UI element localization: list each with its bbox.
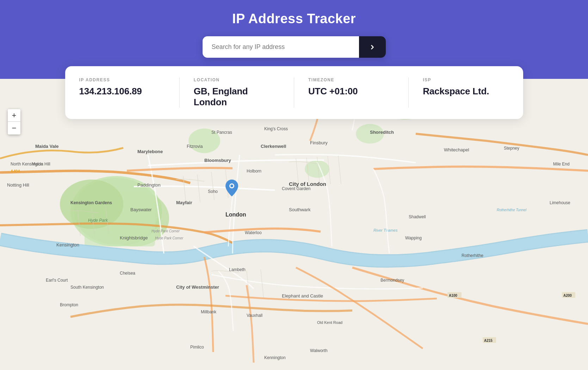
- svg-text:Hyde Park Corner: Hyde Park Corner: [155, 236, 184, 240]
- svg-text:Walworth: Walworth: [310, 348, 328, 353]
- svg-text:Stepney: Stepney: [504, 146, 519, 151]
- ip-address-section: IP ADDRESS 134.213.106.89: [65, 77, 180, 108]
- svg-text:Knightsbridge: Knightsbridge: [120, 235, 148, 240]
- svg-text:Whitechapel: Whitechapel: [444, 147, 469, 152]
- svg-text:Hyde Park: Hyde Park: [88, 218, 108, 223]
- search-button[interactable]: [359, 36, 386, 58]
- ip-address-value: 134.213.106.89: [79, 86, 165, 97]
- svg-text:Bayswater: Bayswater: [130, 207, 152, 212]
- svg-text:Clerkenwell: Clerkenwell: [261, 144, 286, 149]
- isp-value: Rackspace Ltd.: [423, 86, 509, 97]
- svg-text:Earl's Court: Earl's Court: [46, 278, 68, 283]
- location-section: LOCATION GB, England London: [180, 77, 294, 108]
- svg-text:Hyde Park Corner: Hyde Park Corner: [151, 229, 180, 233]
- svg-text:Wapping: Wapping: [405, 236, 422, 240]
- isp-label: ISP: [423, 77, 509, 82]
- svg-text:A404: A404: [11, 169, 20, 173]
- info-card: IP ADDRESS 134.213.106.89 LOCATION GB, E…: [65, 66, 523, 119]
- svg-text:Fitzrovia: Fitzrovia: [187, 144, 203, 149]
- svg-text:A100: A100: [449, 294, 457, 297]
- svg-text:Mayfair: Mayfair: [176, 200, 192, 205]
- svg-text:Chelsea: Chelsea: [120, 271, 135, 276]
- svg-text:Soho: Soho: [208, 189, 218, 194]
- location-label: LOCATION: [194, 77, 280, 82]
- svg-text:Pimlico: Pimlico: [190, 345, 204, 350]
- zoom-in-button[interactable]: +: [8, 109, 20, 122]
- svg-text:Bermondsey: Bermondsey: [380, 278, 404, 283]
- svg-text:River Thames: River Thames: [373, 228, 398, 232]
- svg-text:North Kensington: North Kensington: [11, 162, 43, 167]
- svg-text:Paddington: Paddington: [137, 182, 161, 188]
- svg-text:Finsbury: Finsbury: [310, 140, 328, 145]
- svg-text:Covent Garden: Covent Garden: [282, 186, 310, 191]
- ip-address-label: IP ADDRESS: [79, 77, 165, 82]
- search-bar: [203, 36, 386, 58]
- map-controls: + −: [8, 109, 20, 134]
- svg-text:A215: A215: [484, 339, 493, 343]
- svg-text:Bloomsbury: Bloomsbury: [204, 158, 231, 163]
- svg-text:London: London: [225, 212, 246, 218]
- isp-section: ISP Rackspace Ltd.: [409, 77, 523, 108]
- svg-point-69: [230, 184, 233, 187]
- svg-text:Vauxhall: Vauxhall: [247, 313, 262, 318]
- map-pin: [225, 180, 238, 198]
- svg-text:Millbank: Millbank: [201, 309, 217, 314]
- app-title: IP Address Tracker: [232, 11, 356, 26]
- svg-text:Mile End: Mile End: [553, 162, 570, 167]
- svg-text:Maida Vale: Maida Vale: [35, 144, 58, 149]
- location-pin-icon: [225, 180, 238, 196]
- svg-text:Brompton: Brompton: [60, 302, 78, 307]
- svg-text:Kennington: Kennington: [264, 355, 286, 360]
- svg-text:Holborn: Holborn: [247, 169, 261, 174]
- svg-text:Waterloo: Waterloo: [245, 230, 262, 235]
- svg-text:Limehouse: Limehouse: [550, 200, 570, 205]
- svg-text:A200: A200: [563, 294, 572, 297]
- svg-text:Rotherhithe: Rotherhithe: [462, 253, 483, 258]
- svg-text:South Kensington: South Kensington: [70, 285, 104, 290]
- svg-text:Notting Hill: Notting Hill: [7, 182, 29, 188]
- svg-text:Kensington: Kensington: [56, 242, 79, 247]
- svg-text:Lambeth: Lambeth: [229, 267, 246, 272]
- svg-text:St Pancras: St Pancras: [211, 130, 232, 135]
- arrow-right-icon: [369, 44, 376, 51]
- search-input[interactable]: [203, 36, 359, 58]
- svg-text:Marylebone: Marylebone: [137, 149, 163, 154]
- svg-text:King's Cross: King's Cross: [264, 126, 288, 131]
- svg-text:City of Westminster: City of Westminster: [176, 284, 219, 290]
- location-value: GB, England London: [194, 86, 280, 108]
- svg-text:Shadwell: Shadwell: [409, 214, 426, 219]
- svg-text:Elephant and Castle: Elephant and Castle: [282, 293, 323, 299]
- svg-text:Rotherhithe Tunnel: Rotherhithe Tunnel: [497, 208, 527, 212]
- svg-text:Shoreditch: Shoreditch: [370, 130, 394, 135]
- svg-text:Southwark: Southwark: [289, 207, 311, 212]
- timezone-section: TIMEZONE UTC +01:00: [294, 77, 409, 108]
- svg-text:Kensington Gardens: Kensington Gardens: [70, 200, 112, 205]
- zoom-out-button[interactable]: −: [8, 122, 20, 134]
- timezone-label: TIMEZONE: [308, 77, 394, 82]
- svg-text:Old Kent Road: Old Kent Road: [317, 320, 342, 325]
- timezone-value: UTC +01:00: [308, 86, 394, 97]
